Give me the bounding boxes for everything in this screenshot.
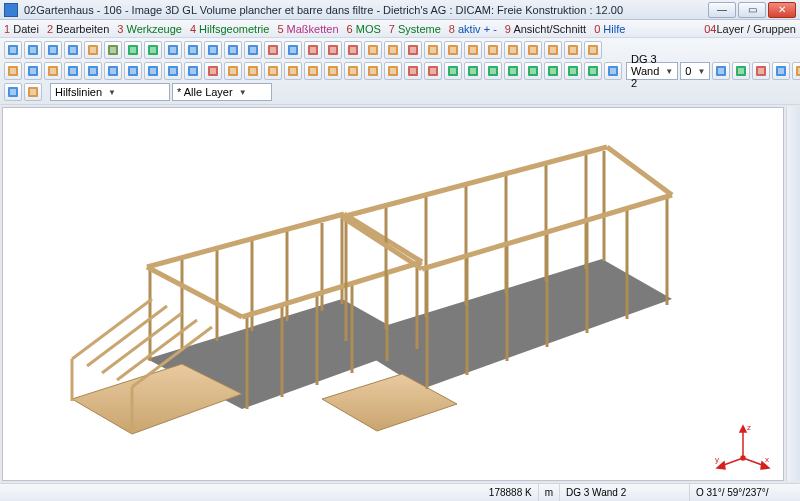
svg-rect-67 <box>70 68 76 74</box>
menu-aktiv + -[interactable]: 8 aktiv + - <box>449 23 497 35</box>
tb1-btn-28[interactable] <box>564 41 582 59</box>
menu-hilfsgeometrie[interactable]: 4 Hilfsgeometrie <box>190 23 270 35</box>
tb2l-btn-20[interactable] <box>404 62 422 80</box>
tb2l-btn-27[interactable] <box>544 62 562 80</box>
tb1-btn-9[interactable] <box>184 41 202 59</box>
tb1-btn-27[interactable] <box>544 41 562 59</box>
combo-value-select[interactable]: 0▼ <box>680 62 710 80</box>
menu-bearbeiten[interactable]: 2 Bearbeiten <box>47 23 109 35</box>
tb2l-btn-13[interactable] <box>264 62 282 80</box>
maximize-button[interactable]: ▭ <box>738 2 766 18</box>
tb1-btn-24[interactable] <box>484 41 502 59</box>
tb2l-btn-24[interactable] <box>484 62 502 80</box>
tb2l-btn-15[interactable] <box>304 62 322 80</box>
tb2l-btn-18[interactable] <box>364 62 382 80</box>
menu-ansicht/schnitt[interactable]: 9 Ansicht/Schnitt <box>505 23 586 35</box>
tb1-btn-3[interactable] <box>64 41 82 59</box>
svg-rect-55 <box>550 47 556 53</box>
tb1-btn-8[interactable] <box>164 41 182 59</box>
tb1-btn-20[interactable] <box>404 41 422 59</box>
tb2l-btn-16[interactable] <box>324 62 342 80</box>
tb1-btn-25[interactable] <box>504 41 522 59</box>
toolbar-row-1 <box>4 41 796 59</box>
tb1-btn-13[interactable] <box>264 41 282 59</box>
tb2l-btn-2[interactable] <box>44 62 62 80</box>
tb2l-btn-3[interactable] <box>64 62 82 80</box>
tb2r-btn-0[interactable] <box>712 62 730 80</box>
svg-rect-7 <box>70 47 76 53</box>
tb1-btn-15[interactable] <box>304 41 322 59</box>
menu-bar: 1 Datei2 Bearbeiten3 Werkzeuge4 Hilfsgeo… <box>0 20 800 38</box>
minimize-button[interactable]: — <box>708 2 736 18</box>
combo-hilfslinien[interactable]: Hilfslinien▼ <box>50 83 170 101</box>
tb1-btn-18[interactable] <box>364 41 382 59</box>
menu-layer-gruppen[interactable]: 04Layer / Gruppen <box>704 23 796 35</box>
tb2l-btn-6[interactable] <box>124 62 142 80</box>
tb2l-btn-19[interactable] <box>384 62 402 80</box>
combo-all-layer[interactable]: * Alle Layer▼ <box>172 83 272 101</box>
tb1-btn-7[interactable] <box>144 41 162 59</box>
tb2l-btn-14[interactable] <box>284 62 302 80</box>
tb1-btn-16[interactable] <box>324 41 342 59</box>
viewport-3d[interactable]: z y x <box>2 107 784 481</box>
tb2l-btn-26[interactable] <box>524 62 542 80</box>
tb2l-btn-11[interactable] <box>224 62 242 80</box>
tb2l-btn-0[interactable] <box>4 62 22 80</box>
toolbar-area: DG 3 Wand 2▼ 0▼ Hilfslinien▼ * Alle Laye… <box>0 38 800 105</box>
tb2l-btn-17[interactable] <box>344 62 362 80</box>
tb1-btn-29[interactable] <box>584 41 602 59</box>
menu-werkzeuge[interactable]: 3 Werkzeuge <box>117 23 182 35</box>
tb1-btn-10[interactable] <box>204 41 222 59</box>
tb3-btn-1[interactable] <box>24 83 42 101</box>
tb1-btn-11[interactable] <box>224 41 242 59</box>
menu-systeme[interactable]: 7 Systeme <box>389 23 441 35</box>
tb2l-btn-12[interactable] <box>244 62 262 80</box>
tb1-btn-0[interactable] <box>4 41 22 59</box>
tb2l-btn-25[interactable] <box>504 62 522 80</box>
menu-maßketten[interactable]: 5 Maßketten <box>277 23 338 35</box>
svg-rect-41 <box>410 47 416 53</box>
tb1-btn-26[interactable] <box>524 41 542 59</box>
tb3-btn-0[interactable] <box>4 83 22 101</box>
tb2l-btn-28[interactable] <box>564 62 582 80</box>
svg-rect-65 <box>50 68 56 74</box>
tb2l-btn-23[interactable] <box>464 62 482 80</box>
tb2r-btn-4[interactable] <box>792 62 800 80</box>
tb1-btn-23[interactable] <box>464 41 482 59</box>
menu-datei[interactable]: 1 Datei <box>4 23 39 35</box>
menu-hilfe[interactable]: 0 Hilfe <box>594 23 625 35</box>
tb2r-btn-2[interactable] <box>752 62 770 80</box>
menu-mos[interactable]: 6 MOS <box>347 23 381 35</box>
tb2l-btn-1[interactable] <box>24 62 42 80</box>
svg-rect-89 <box>290 68 296 74</box>
tb1-btn-22[interactable] <box>444 41 462 59</box>
tb1-btn-17[interactable] <box>344 41 362 59</box>
tb2l-btn-5[interactable] <box>104 62 122 80</box>
tb1-btn-12[interactable] <box>244 41 262 59</box>
tb2l-btn-10[interactable] <box>204 62 222 80</box>
tb1-btn-21[interactable] <box>424 41 442 59</box>
status-memory: 178888 K <box>483 484 539 501</box>
tb2l-btn-7[interactable] <box>144 62 162 80</box>
tb1-btn-6[interactable] <box>124 41 142 59</box>
tb2l-btn-30[interactable] <box>604 62 622 80</box>
tb1-btn-2[interactable] <box>44 41 62 59</box>
right-sidebar[interactable] <box>786 107 800 481</box>
tb1-btn-1[interactable] <box>24 41 42 59</box>
tb2l-btn-29[interactable] <box>584 62 602 80</box>
tb1-btn-5[interactable] <box>104 41 122 59</box>
tb1-btn-4[interactable] <box>84 41 102 59</box>
tb2l-btn-8[interactable] <box>164 62 182 80</box>
tb2l-btn-21[interactable] <box>424 62 442 80</box>
tb2l-btn-4[interactable] <box>84 62 102 80</box>
tb1-btn-14[interactable] <box>284 41 302 59</box>
axis-gizmo[interactable]: z y x <box>713 420 773 470</box>
close-button[interactable]: ✕ <box>768 2 796 18</box>
tb2r-btn-1[interactable] <box>732 62 750 80</box>
tb2l-btn-9[interactable] <box>184 62 202 80</box>
tb2l-btn-22[interactable] <box>444 62 462 80</box>
combo-layer-select[interactable]: DG 3 Wand 2▼ <box>626 62 678 80</box>
tb1-btn-19[interactable] <box>384 41 402 59</box>
axis-y-label: y <box>715 455 719 464</box>
tb2r-btn-3[interactable] <box>772 62 790 80</box>
